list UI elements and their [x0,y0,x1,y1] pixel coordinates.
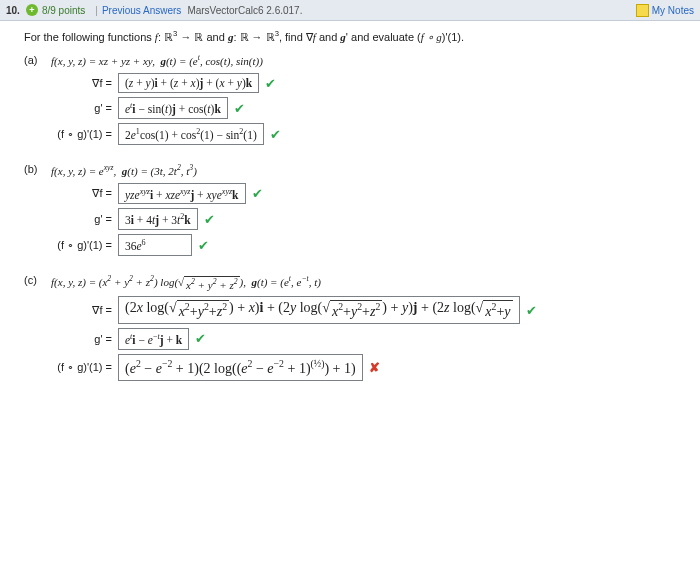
notes-icon [636,4,649,17]
separator: | [95,5,98,16]
part-c-label: (c) [24,274,48,286]
gprime-label-c: g' = [24,333,118,345]
gprime-answer-a[interactable]: eti − sin(t)j + cos(t)k [118,97,228,119]
part-a: (a) f(x, y, z) = xz + yz + xy, g(t) = (e… [24,54,692,68]
my-notes-link[interactable]: My Notes [652,5,694,16]
question-code: MarsVectorCalc6 2.6.017. [187,5,302,16]
part-b-label: (b) [24,163,48,175]
grad-f-label-a: ∇f = [24,77,118,90]
check-icon: ✔ [234,101,245,116]
gprime-label-a: g' = [24,102,118,114]
part-a-statement: f(x, y, z) = xz + yz + xy, g(t) = (et, c… [51,55,263,67]
part-a-label: (a) [24,54,48,66]
grad-f-answer-a[interactable]: (z + y)i + (z + x)j + (x + y)k [118,73,259,93]
question-header: 10. + 8/9 points | Previous Answers Mars… [0,0,700,21]
points-earned: 8/9 points [42,5,85,16]
gprime-label-b: g' = [24,213,118,225]
check-icon: ✔ [198,238,209,253]
comp-label-a: (f ∘ g)'(1) = [24,128,118,141]
previous-answers-link[interactable]: Previous Answers [102,5,181,16]
grad-f-answer-b[interactable]: yzexyzi + xzexyzj + xyexyzk [118,183,246,205]
check-icon: ✔ [526,303,537,318]
gprime-answer-b[interactable]: 3i + 4tj + 3t2k [118,208,198,230]
grad-f-label-b: ∇f = [24,187,118,200]
check-icon: ✔ [265,76,276,91]
part-c-statement: f(x, y, z) = (x2 + y2 + z2) log(√x2 + y2… [51,276,321,288]
check-icon: ✔ [195,331,206,346]
question-prompt: For the following functions f: ℝ3 → ℝ an… [24,29,692,44]
comp-label-c: (f ∘ g)'(1) = [24,361,118,374]
question-body: For the following functions f: ℝ3 → ℝ an… [0,21,700,393]
check-icon: ✔ [252,186,263,201]
grad-f-answer-c[interactable]: (2x log(√x2+y2+z2) + x)i + (2y log(√x2+y… [118,296,520,324]
gprime-answer-c[interactable]: eti − e−tj + k [118,328,189,350]
comp-answer-c[interactable]: (e2 − e−2 + 1)(2 log((e2 − e−2 + 1)(½)) … [118,354,363,381]
plus-icon: + [26,4,38,16]
part-b: (b) f(x, y, z) = exyz, g(t) = (3t, 2t2, … [24,163,692,177]
comp-answer-b[interactable]: 36e6 [118,234,192,256]
comp-label-b: (f ∘ g)'(1) = [24,239,118,252]
grad-f-label-c: ∇f = [24,304,118,317]
part-c: (c) f(x, y, z) = (x2 + y2 + z2) log(√x2 … [24,274,692,290]
cross-icon: ✘ [369,360,380,375]
part-b-statement: f(x, y, z) = exyz, g(t) = (3t, 2t2, t3) [51,165,197,177]
check-icon: ✔ [204,212,215,227]
question-number: 10. [6,5,20,16]
check-icon: ✔ [270,127,281,142]
comp-answer-a[interactable]: 2e1cos(1) + cos2(1) − sin2(1) [118,123,264,145]
